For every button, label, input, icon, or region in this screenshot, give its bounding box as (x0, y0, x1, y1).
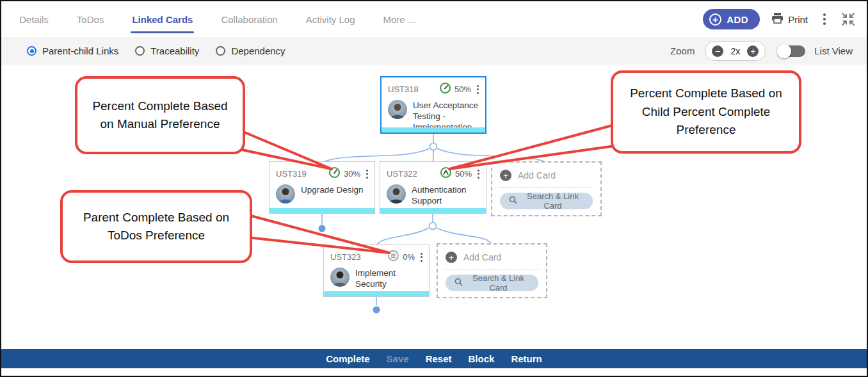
footer-action-bar: Complete Save Reset Block Return (1, 349, 867, 368)
plus-icon: + (709, 13, 721, 26)
card-menu-kebab-icon[interactable] (364, 168, 371, 180)
link-type-bar: Parent-child Links Traceability Dependen… (1, 37, 867, 65)
printer-icon (771, 12, 784, 26)
block-button[interactable]: Block (469, 353, 495, 364)
child-rollup-icon[interactable] (440, 166, 452, 181)
callout-text: Parent Complete Based on ToDos Preferenc… (73, 209, 239, 245)
add-card-label: Add Card (518, 170, 556, 180)
bottom-strip (1, 368, 867, 376)
search-icon (454, 278, 463, 288)
add-card-label: Add Card (463, 252, 501, 262)
callout-manual-preference: Percent Complete Based on Manual Prefere… (75, 76, 245, 154)
card-id: UST319 (276, 169, 307, 179)
add-card-placeholder: + Add Card Search & Link Card (491, 161, 602, 216)
card-ust323[interactable]: UST323 0% Implement Security (323, 245, 430, 297)
add-button[interactable]: + ADD (703, 9, 760, 29)
tab-details[interactable]: Details (19, 1, 49, 37)
collapse-view-icon[interactable] (841, 12, 855, 26)
linked-cards-canvas: UST318 50% User Acceptance Testing - Imp… (1, 65, 867, 349)
plus-icon: + (500, 170, 511, 181)
print-label: Print (788, 14, 808, 25)
list-view-label: List View (814, 45, 853, 56)
tab-collaboration[interactable]: Collaboration (221, 1, 277, 37)
progress-strip (324, 291, 429, 296)
add-card-button[interactable]: + Add Card (446, 252, 538, 263)
add-card-placeholder: + Add Card Search & Link Card (437, 243, 547, 298)
percent-complete-value: 0% (403, 252, 415, 262)
radio-label: Dependency (231, 45, 285, 56)
search-link-card-label: Search & Link Card (522, 191, 584, 211)
search-link-card-label: Search & Link Card (467, 273, 529, 293)
card-menu-kebab-icon[interactable] (418, 252, 425, 263)
divider (446, 269, 538, 269)
radio-unselected-icon (135, 46, 145, 56)
callout-text: Percent Complete Based on Manual Prefere… (88, 97, 232, 134)
card-title: Upgrade Design (301, 184, 364, 196)
tab-todos[interactable]: ToDos (77, 1, 104, 37)
avatar (387, 184, 406, 204)
card-id: UST323 (330, 252, 361, 262)
card-id: UST318 (388, 84, 419, 94)
card-title: Implement Security (355, 268, 424, 290)
card-id: UST322 (387, 169, 417, 179)
progress-strip (382, 127, 485, 132)
todos-icon[interactable] (387, 250, 399, 264)
tab-bar: Details ToDos Linked Cards Collaboration… (1, 1, 867, 37)
avatar (388, 100, 407, 119)
percent-complete-value: 50% (455, 169, 472, 179)
link-type-radio-group: Parent-child Links Traceability Dependen… (27, 45, 285, 56)
complete-button[interactable]: Complete (326, 353, 369, 364)
radio-unselected-icon (216, 46, 225, 56)
app-window: Details ToDos Linked Cards Collaboration… (0, 0, 868, 377)
view-controls: Zoom − 2x + List View (670, 41, 853, 61)
print-button[interactable]: Print (771, 12, 808, 26)
search-link-card-button[interactable]: Search & Link Card (500, 193, 593, 209)
zoom-in-button[interactable]: + (747, 45, 759, 57)
more-options-kebab-icon[interactable] (819, 11, 830, 28)
zoom-out-button[interactable]: − (712, 45, 723, 57)
avatar (276, 184, 295, 204)
tab-more[interactable]: More ... (383, 1, 416, 37)
manual-gauge-icon[interactable] (439, 82, 451, 97)
divider (500, 187, 593, 188)
reset-button[interactable]: Reset (426, 353, 452, 364)
tab-activity-log[interactable]: Activity Log (306, 1, 355, 37)
list-view-toggle[interactable] (778, 45, 805, 57)
radio-dependency[interactable]: Dependency (216, 45, 285, 56)
manual-gauge-icon[interactable] (328, 166, 341, 181)
zoom-level: 2x (730, 46, 740, 56)
radio-label: Parent-child Links (42, 45, 118, 56)
callout-child-percent-preference: Percent Complete Based on Child Percent … (611, 70, 801, 154)
card-title: Authentication Support (412, 184, 481, 207)
radio-traceability[interactable]: Traceability (135, 45, 199, 56)
tab-bar-actions: + ADD Print (703, 9, 855, 29)
plus-icon: + (446, 252, 457, 263)
callout-text: Percent Complete Based on Child Percent … (623, 84, 789, 140)
add-button-label: ADD (727, 14, 748, 25)
card-menu-kebab-icon[interactable] (475, 168, 482, 180)
zoom-control: − 2x + (705, 41, 766, 61)
tab-linked-cards[interactable]: Linked Cards (132, 1, 193, 37)
avatar (330, 268, 350, 287)
add-card-button[interactable]: + Add Card (500, 170, 593, 181)
radio-selected-icon (27, 46, 36, 56)
zoom-label: Zoom (670, 45, 695, 56)
search-icon (509, 196, 517, 206)
tab-list: Details ToDos Linked Cards Collaboration… (19, 1, 415, 37)
save-button[interactable]: Save (387, 353, 409, 364)
search-link-card-button[interactable]: Search & Link Card (446, 275, 538, 291)
return-button[interactable]: Return (511, 353, 542, 364)
progress-strip (380, 208, 486, 213)
callout-todos-preference: Parent Complete Based on ToDos Preferenc… (60, 190, 252, 263)
radio-label: Traceability (150, 45, 199, 56)
card-ust319[interactable]: UST319 30% Upgrade Design (269, 161, 375, 214)
radio-parent-child-links[interactable]: Parent-child Links (27, 45, 118, 56)
card-ust318[interactable]: UST318 50% User Acceptance Testing - Imp… (380, 76, 486, 134)
card-menu-kebab-icon[interactable] (474, 84, 481, 95)
percent-complete-value: 50% (454, 84, 471, 94)
progress-strip (269, 208, 374, 213)
card-ust322[interactable]: UST322 50% Authentication Support (380, 161, 486, 214)
percent-complete-value: 30% (344, 169, 360, 179)
